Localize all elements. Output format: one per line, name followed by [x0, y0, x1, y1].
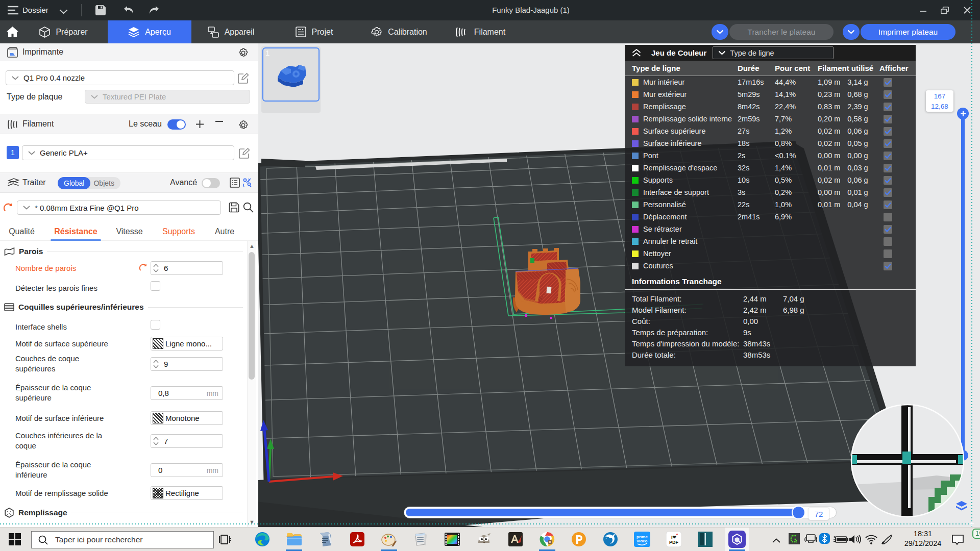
scroll-down-icon[interactable]: ▼: [248, 518, 256, 526]
3d-viewport[interactable]: 1 Jeu de Couleur Type de ligne Type de l…: [258, 43, 980, 527]
start-button[interactable]: [9, 533, 21, 547]
show-checkbox[interactable]: [884, 115, 892, 123]
show-checkbox[interactable]: [884, 262, 892, 270]
taskbar-app-primevideo-icon[interactable]: primevideo: [630, 528, 654, 551]
process-tab-qualite[interactable]: Qualité: [7, 222, 37, 241]
slice-dropdown-chevron[interactable]: [712, 24, 728, 40]
show-checkbox[interactable]: [884, 127, 892, 136]
printer-edit-icon[interactable]: [238, 73, 249, 84]
global-objects-segment[interactable]: Global Objets: [58, 177, 120, 189]
param-pattern-select[interactable]: Rectiligne: [151, 486, 223, 500]
scrollbar-thumb[interactable]: [249, 252, 255, 380]
plate-thumbnail[interactable]: 1: [261, 46, 321, 113]
taskbar-app-explorer-icon[interactable]: [282, 528, 306, 551]
taskbar-app-seagull-icon[interactable]: [599, 528, 622, 551]
search-params-icon[interactable]: [243, 202, 254, 213]
folder-menu[interactable]: Dossier: [22, 0, 48, 20]
tray-volume-icon[interactable]: [849, 534, 862, 546]
printer-settings-gear-icon[interactable]: [238, 47, 249, 58]
advanced-toggle[interactable]: [202, 178, 220, 188]
nav-tab-preparer[interactable]: Préparer: [32, 20, 95, 43]
show-checkbox[interactable]: [884, 213, 892, 221]
print-plate-button[interactable]: Imprimer plateau: [861, 24, 955, 40]
segment-global[interactable]: Global: [58, 177, 90, 189]
layer-slider-track[interactable]: [961, 113, 965, 452]
param-pattern-select[interactable]: Monotone: [151, 411, 223, 425]
param-spinbox[interactable]: 9: [151, 357, 223, 371]
process-tab-supports[interactable]: Supports: [159, 222, 198, 241]
tray-wifi-icon[interactable]: [865, 535, 878, 546]
param-list-icon[interactable]: [230, 178, 240, 188]
nav-tab-filament[interactable]: Filament: [445, 20, 516, 43]
show-checkbox[interactable]: [884, 176, 892, 185]
layers-view-icon[interactable]: [956, 501, 967, 513]
spinner-arrows[interactable]: [153, 359, 160, 369]
progress-slider-knob[interactable]: [792, 506, 805, 519]
reset-preset-icon[interactable]: [3, 203, 13, 213]
taskbar-app-tealdoc-icon[interactable]: [694, 528, 717, 551]
clock-date[interactable]: 29/12/2024: [895, 539, 951, 547]
segment-objects[interactable]: Objets: [90, 177, 120, 189]
taskbar-app-qidi-icon[interactable]: [725, 528, 749, 551]
scroll-up-icon[interactable]: ▲: [248, 242, 256, 250]
param-input[interactable]: 0 mm: [151, 463, 223, 477]
param-spinbox[interactable]: 6: [151, 261, 223, 275]
add-filament-icon[interactable]: [195, 120, 204, 129]
param-wizard-icon[interactable]: [242, 178, 252, 188]
printer-preset-select[interactable]: Q1 Pro 0.4 nozzle: [6, 70, 234, 85]
param-checkbox[interactable]: [151, 320, 160, 330]
show-checkbox[interactable]: [884, 201, 892, 209]
show-checkbox[interactable]: [884, 103, 892, 111]
print-dropdown-chevron[interactable]: [843, 24, 860, 40]
show-checkbox[interactable]: [884, 249, 892, 258]
filament-settings-gear-icon[interactable]: [238, 120, 249, 131]
reset-param-icon[interactable]: [139, 264, 148, 272]
params-scrollbar[interactable]: ▲ ▼: [247, 241, 256, 527]
nav-tab-projet[interactable]: Projet: [285, 20, 344, 43]
redo-button[interactable]: [148, 6, 160, 16]
show-checkbox[interactable]: [884, 225, 892, 234]
save-button[interactable]: [95, 5, 106, 18]
seal-toggle[interactable]: [167, 119, 186, 130]
tray-battery-icon[interactable]: [833, 535, 848, 545]
nav-tab-appareil[interactable]: Appareil: [197, 20, 265, 43]
taskbar-app-chrome-icon[interactable]: [535, 528, 559, 551]
tray-pen-icon[interactable]: [881, 534, 893, 547]
view-mode-select[interactable]: Type de ligne: [713, 46, 834, 59]
tray-bluetooth-icon[interactable]: [819, 533, 830, 546]
param-input[interactable]: 0,8 mm: [151, 386, 223, 400]
show-checkbox[interactable]: [884, 188, 892, 197]
taskbar-app-notepad-icon[interactable]: [409, 528, 432, 551]
minimize-button[interactable]: [912, 0, 934, 20]
taskbar-app-film-icon[interactable]: [440, 528, 464, 551]
nav-tab-calibration[interactable]: Calibration: [359, 20, 439, 43]
hamburger-menu-icon[interactable]: [7, 6, 19, 17]
show-checkbox[interactable]: [884, 139, 892, 148]
spinner-arrows[interactable]: [153, 436, 160, 446]
remove-filament-icon[interactable]: [215, 120, 224, 122]
process-preset-select[interactable]: * 0.08mm Extra Fine @Q1 Pro: [17, 201, 221, 215]
filament-edit-icon[interactable]: [239, 148, 250, 159]
filament-preset-select[interactable]: Generic PLA+: [22, 145, 234, 160]
show-checkbox[interactable]: [884, 152, 892, 160]
show-checkbox[interactable]: [884, 78, 892, 87]
close-button[interactable]: [956, 0, 978, 20]
undo-button[interactable]: [122, 6, 135, 16]
param-pattern-select[interactable]: Ligne mono...: [151, 337, 223, 350]
folder-menu-chevron-icon[interactable]: [59, 7, 68, 16]
nav-tab-apercu[interactable]: Aperçu: [108, 20, 191, 43]
collapse-panel-icon[interactable]: [632, 49, 641, 57]
process-tab-autre[interactable]: Autre: [213, 222, 236, 241]
taskbar-app-gimp-icon[interactable]: [472, 528, 496, 551]
process-tab-vitesse[interactable]: Vitesse: [114, 222, 144, 241]
tray-capture-icon[interactable]: [789, 533, 800, 546]
show-checkbox[interactable]: [884, 237, 892, 246]
plate-type-select[interactable]: Textured PEI Plate: [85, 90, 250, 104]
show-checkbox[interactable]: [884, 164, 892, 172]
param-checkbox[interactable]: [151, 281, 160, 291]
taskbar-app-edge-icon[interactable]: [251, 528, 274, 551]
home-button[interactable]: [6, 26, 19, 40]
filament-slot-badge[interactable]: 1: [7, 146, 19, 159]
tray-expand-chevron-icon[interactable]: [772, 536, 780, 545]
clock-time[interactable]: 18:31: [895, 530, 951, 538]
